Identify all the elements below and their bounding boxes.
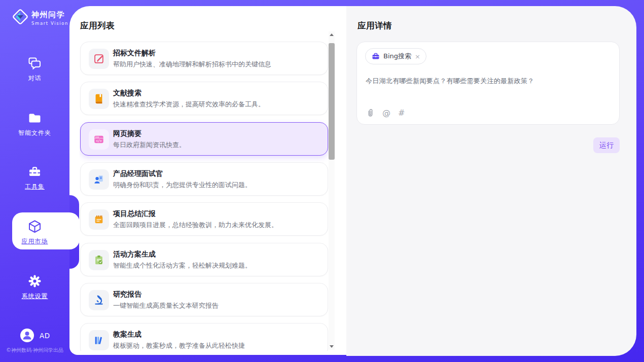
app-desc: 模板驱动，教案秒成，教学准备从此轻松快捷: [113, 341, 245, 350]
app-name: 网页摘要: [113, 129, 141, 138]
app-name: 教案生成: [113, 330, 141, 339]
app-card-webpage-summary[interactable]: </> 网页摘要 每日政府新闻资讯快查。: [80, 122, 328, 156]
sidebar-item-label: 应用市场: [0, 237, 69, 246]
sidebar-item-label: 对话: [0, 74, 69, 83]
tool-chip-label: Bing搜索: [383, 52, 411, 61]
briefcase-icon: [372, 52, 380, 60]
app-desc: 帮助用户快速、准确地理解和解析招标书中的关键信息: [113, 60, 271, 69]
user-account[interactable]: AD: [20, 329, 50, 342]
lesson-plan-icon: [89, 330, 109, 350]
event-plan-icon: [89, 250, 109, 270]
query-text[interactable]: 今日湖北有哪些新闻要点？有哪些需要关注的最新政策？: [366, 77, 607, 86]
sidebar-item-app-market[interactable]: 应用市场: [0, 219, 69, 246]
app-desc: 全面回顾项目进展，总结经验教训，助力未来优化发展。: [113, 221, 278, 230]
app-card-lesson-plan[interactable]: 教案生成 模板驱动，教案秒成，教学准备从此轻松快捷: [80, 323, 328, 351]
research-report-icon: [89, 290, 109, 310]
tool-chip-bing-search[interactable]: Bing搜索 ×: [365, 48, 426, 64]
app-desc: 快速精准查找学术资源，提高研究效率的必备工具。: [113, 100, 265, 109]
app-card-literature-search[interactable]: 文献搜索 快速精准查找学术资源，提高研究效率的必备工具。: [80, 82, 328, 115]
webpage-summary-icon: </>: [89, 129, 109, 150]
sidebar-item-label: 智能文件夹: [0, 129, 69, 137]
brand-subtitle: Smart Vision: [31, 21, 68, 26]
app-card-project-report[interactable]: 项目总结汇报 全面回顾项目进展，总结经验教训，助力未来优化发展。: [80, 202, 328, 236]
app-name: 文献搜索: [113, 89, 141, 98]
brand: 神州问学 Smart Vision: [12, 8, 68, 27]
app-card-event-plan[interactable]: 活动方案生成 智能生成个性化活动方案，轻松解决规划难题。: [80, 243, 328, 276]
app-name: 项目总结汇报: [113, 209, 156, 219]
literature-search-icon: [89, 89, 109, 109]
hash-icon[interactable]: #: [398, 108, 405, 118]
sidebar-item-settings[interactable]: 系统设置: [0, 274, 69, 301]
app-desc: 智能生成个性化活动方案，轻松解决规划难题。: [113, 261, 252, 270]
cube-icon: [0, 219, 69, 233]
project-report-icon: [89, 209, 109, 230]
toolbox-icon: [0, 164, 69, 178]
app-list-title: 应用列表: [80, 20, 115, 31]
app-name: 活动方案生成: [113, 250, 156, 259]
scroll-up-arrow-icon[interactable]: [330, 33, 334, 36]
sidebar-item-toolset[interactable]: 工具集: [0, 164, 69, 191]
sidebar-item-label: 系统设置: [0, 292, 69, 301]
scrollbar[interactable]: [329, 31, 335, 350]
scrollbar-thumb[interactable]: [329, 43, 335, 160]
app-detail-panel: 应用详情 Bing搜索 × 今日湖北有哪些新闻要点？有哪些需要关注的最新政策？: [346, 6, 636, 356]
sidebar-item-smart-folder[interactable]: 智能文件夹: [0, 111, 69, 137]
app-card-research-report[interactable]: 研究报告 一键智能生成高质量长文本研究报告: [80, 283, 328, 316]
brand-title: 神州问学: [31, 10, 68, 20]
paperclip-icon[interactable]: [366, 108, 375, 118]
close-icon[interactable]: ×: [415, 53, 420, 60]
app-detail-title: 应用详情: [357, 20, 392, 31]
sidebar-item-label: 工具集: [0, 183, 69, 191]
app-name: 招标文件解析: [113, 49, 156, 58]
person-icon: [20, 329, 34, 342]
chat-icon: [0, 56, 69, 70]
gear-icon: [0, 274, 69, 288]
app-card-contract-parse[interactable]: 招标文件解析 帮助用户快速、准确地理解和解析招标书中的关键信息: [80, 42, 328, 75]
mention-icon[interactable]: @: [382, 108, 390, 118]
app-desc: 一键智能生成高质量长文本研究报告: [113, 301, 219, 310]
app-list-panel: 应用列表 招标文件解析 帮助用户快速、准确地理解和解析招标书中的关键信息: [69, 6, 346, 355]
contract-parse-icon: [89, 49, 109, 69]
copyright-text: ©神州数码·神州问学出品: [0, 347, 69, 354]
user-name: AD: [40, 332, 50, 340]
app-name: 产品经理面试官: [113, 169, 163, 178]
app-card-interviewer[interactable]: 产品经理面试官 明确身份和职责，为您提供专业性的面试问题。: [80, 162, 328, 196]
app-list: 招标文件解析 帮助用户快速、准确地理解和解析招标书中的关键信息 文献搜索 快速精…: [80, 35, 329, 351]
app-name: 研究报告: [113, 290, 141, 299]
svg-text:</>: </>: [96, 139, 102, 143]
avatar: [20, 329, 34, 342]
folder-icon: [0, 111, 69, 125]
brand-logo-icon: [12, 8, 29, 27]
sidebar: 神州问学 Smart Vision 对话 智能文件夹: [0, 0, 69, 362]
sidebar-item-chat[interactable]: 对话: [0, 56, 69, 83]
interviewer-icon: [89, 169, 109, 190]
composer-toolbar: @ #: [366, 108, 405, 118]
app-desc: 每日政府新闻资讯快查。: [113, 140, 186, 150]
prompt-card[interactable]: Bing搜索 × 今日湖北有哪些新闻要点？有哪些需要关注的最新政策？ @ #: [356, 42, 620, 125]
run-button[interactable]: 运行: [593, 137, 620, 153]
app-desc: 明确身份和职责，为您提供专业性的面试问题。: [113, 180, 252, 190]
scroll-down-arrow-icon[interactable]: [330, 345, 334, 348]
